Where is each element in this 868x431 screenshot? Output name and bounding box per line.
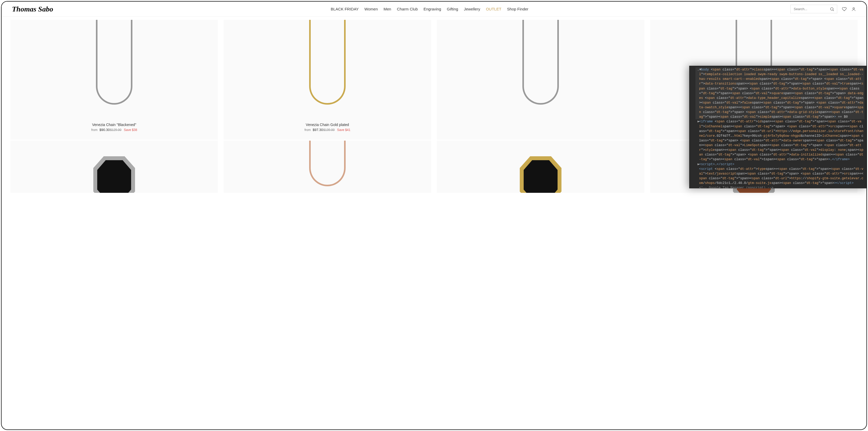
devtools-line[interactable]: <!-- Google Tag Manager (noscript) --> bbox=[695, 185, 864, 189]
nav-item-charm-club[interactable]: Charm Club bbox=[397, 7, 418, 11]
product-image bbox=[224, 141, 431, 193]
devtools-line[interactable]: …▼<body <span class="dt-attr">classspan>… bbox=[695, 67, 864, 119]
product-card[interactable]: 30% OFF bbox=[224, 141, 431, 193]
nav-item-engraving[interactable]: Engraving bbox=[424, 7, 441, 11]
search-box[interactable] bbox=[790, 5, 837, 13]
product-card[interactable]: 30% OFFBEST SELLERVenezia Chain "Blacken… bbox=[10, 20, 218, 140]
search-icon[interactable] bbox=[830, 7, 834, 11]
heart-icon[interactable] bbox=[842, 7, 847, 11]
nav-item-shop-finder[interactable]: Shop Finder bbox=[507, 7, 528, 11]
search-input[interactable] bbox=[794, 7, 828, 11]
site-header: Thomas Sabo BLACK FRIDAYWomenMenCharm Cl… bbox=[2, 2, 866, 17]
product-card[interactable]: 50% OFF bbox=[437, 141, 644, 193]
nav-item-jewellery[interactable]: Jewellery bbox=[464, 7, 480, 11]
nav-item-outlet[interactable]: OUTLET bbox=[486, 7, 501, 11]
product-image bbox=[10, 20, 218, 119]
product-info bbox=[437, 119, 644, 132]
nav-item-black-friday[interactable]: BLACK FRIDAY bbox=[331, 7, 359, 11]
devtools-line[interactable]: ▶<iframe <span class="dt-attr">idspan>=<… bbox=[695, 119, 864, 162]
devtools-line[interactable]: ▶<script>…</script> bbox=[695, 162, 864, 167]
account-icon[interactable] bbox=[851, 7, 856, 11]
devtools-line[interactable]: <script <span class="dt-attr">typespan>=… bbox=[695, 167, 864, 186]
product-info: Venezia Chain "Blackened"from $90.30$129… bbox=[10, 119, 218, 140]
svg-point-2 bbox=[853, 7, 855, 9]
svg-point-0 bbox=[831, 7, 833, 10]
product-price: from $97.30$139.00 Save $41 bbox=[225, 128, 430, 132]
nav-item-gifting[interactable]: Gifting bbox=[447, 7, 458, 11]
nav-item-women[interactable]: Women bbox=[364, 7, 378, 11]
devtools-panel[interactable]: …▼<body <span class="dt-attr">classspan>… bbox=[689, 66, 866, 189]
main-nav: BLACK FRIDAYWomenMenCharm ClubEngravingG… bbox=[69, 7, 790, 11]
product-title: Venezia Chain Gold plated bbox=[225, 123, 430, 127]
product-card[interactable]: 30% OFFBEST SELLER bbox=[437, 20, 644, 140]
product-image bbox=[224, 20, 431, 119]
nav-item-men[interactable]: Men bbox=[384, 7, 391, 11]
product-card[interactable]: 30% OFF bbox=[10, 141, 218, 193]
product-title: Venezia Chain "Blackened" bbox=[12, 123, 216, 127]
product-image bbox=[437, 141, 644, 193]
product-info: Venezia Chain Gold platedfrom $97.30$139… bbox=[224, 119, 431, 140]
svg-line-1 bbox=[833, 10, 834, 11]
brand-logo[interactable]: Thomas Sabo bbox=[12, 5, 53, 13]
product-price: from $90.30$129.00 Save $38 bbox=[12, 128, 216, 132]
product-card[interactable]: 30% OFFBEST SELLERVenezia Chain Gold pla… bbox=[224, 20, 431, 140]
product-image bbox=[10, 141, 218, 193]
product-image bbox=[437, 20, 644, 119]
